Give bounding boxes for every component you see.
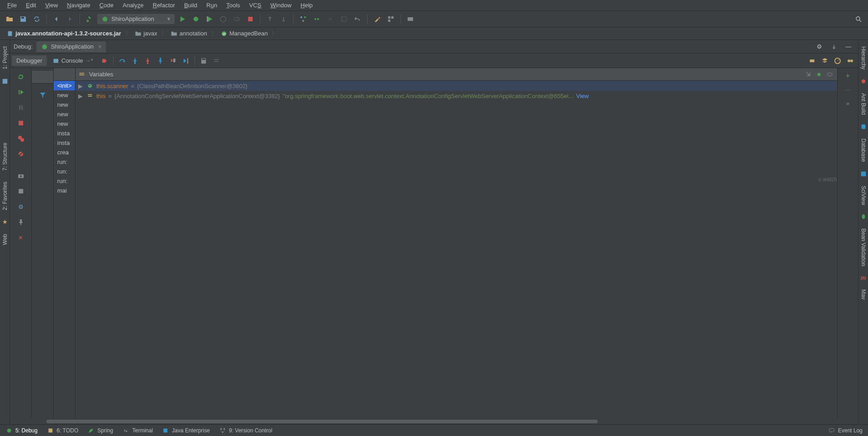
status-terminal[interactable]: Terminal — [122, 427, 153, 434]
tab-web[interactable]: Web — [1, 231, 9, 248]
toggle-watches-button[interactable] — [825, 70, 834, 79]
status-spring[interactable]: Spring — [87, 427, 113, 434]
sync-button[interactable] — [31, 13, 43, 25]
trace-button[interactable] — [210, 55, 222, 67]
debug-button[interactable] — [190, 13, 202, 25]
remove-watch-button[interactable]: — — [843, 84, 853, 94]
get-thread-dump-button[interactable] — [15, 170, 27, 182]
commit-button[interactable] — [278, 13, 289, 25]
filter-button[interactable] — [37, 89, 49, 101]
tab-sciview[interactable]: SciView — [859, 183, 868, 208]
view-link[interactable]: View — [576, 93, 589, 99]
tab-hierarchy[interactable]: Hierarchy — [859, 44, 868, 72]
force-step-into-button[interactable] — [142, 55, 154, 67]
step-into-button[interactable] — [129, 55, 141, 67]
attach-button[interactable] — [231, 13, 243, 25]
profile-button[interactable] — [217, 13, 229, 25]
frame-item[interactable]: mai — [54, 186, 75, 195]
menu-analyze[interactable]: Analyze — [119, 1, 147, 10]
tab-project[interactable]: 1: Project — [1, 44, 9, 72]
breadcrumb-pkg1[interactable]: javax — [132, 29, 160, 38]
frame-item[interactable]: run: — [54, 157, 75, 167]
stop-debug-button[interactable] — [15, 117, 27, 129]
console-tab[interactable]: Console→* — [48, 55, 98, 66]
search-everywhere-button[interactable] — [853, 13, 864, 25]
view-breakpoints-button[interactable] — [15, 133, 27, 144]
breadcrumb-pkg2[interactable]: annotation — [168, 29, 210, 38]
menu-file[interactable]: File — [4, 1, 20, 10]
show-exec-point-button[interactable] — [99, 55, 110, 67]
run-button[interactable] — [176, 13, 188, 25]
run-config-selector[interactable]: ShiroApplication ▾ — [97, 14, 175, 24]
git-push-button[interactable] — [311, 13, 323, 25]
menu-view[interactable]: View — [41, 1, 61, 10]
close-panel-button[interactable]: ✕ — [15, 232, 27, 243]
project-structure-button[interactable] — [385, 13, 397, 25]
revert-button[interactable] — [338, 13, 350, 25]
frame-item[interactable]: crea — [54, 148, 75, 157]
debug-settings-button[interactable]: ⚙ — [813, 41, 825, 53]
menu-edit[interactable]: Edit — [22, 1, 40, 10]
breadcrumb-class[interactable]: @ManagedBean — [218, 29, 271, 38]
frame-item[interactable]: new — [54, 109, 75, 119]
threads-button[interactable] — [844, 55, 856, 67]
settings-debug-button[interactable] — [15, 185, 27, 197]
breadcrumb-jar[interactable]: javax.annotation-api-1.3.2-sources.jar — [4, 29, 124, 38]
frame-item[interactable]: run: — [54, 176, 75, 186]
frame-item[interactable]: run: — [54, 167, 75, 176]
sdk-button[interactable] — [404, 13, 416, 25]
update-vcs-button[interactable] — [264, 13, 276, 25]
run-to-cursor-button[interactable] — [180, 55, 192, 67]
menu-navigate[interactable]: Navigate — [63, 1, 94, 10]
pause-button[interactable] — [15, 102, 27, 114]
expand-icon[interactable]: ▶ — [78, 83, 84, 89]
variable-row[interactable]: ▶this.scanner = {ClassPathBeanDefinition… — [75, 81, 837, 91]
debug-session-tab[interactable]: ShiroApplication × — [36, 41, 106, 52]
add-watch-button[interactable]: + — [843, 71, 853, 81]
tab-maven[interactable]: Mav — [859, 287, 868, 302]
horizontal-scrollbar[interactable] — [10, 419, 858, 424]
history-button[interactable] — [324, 13, 336, 25]
menu-tools[interactable]: Tools — [223, 1, 244, 10]
more-actions-button[interactable]: » — [843, 98, 853, 108]
variables-tree[interactable]: ▶this.scanner = {ClassPathBeanDefinition… — [75, 81, 837, 419]
debug-hide-button[interactable]: — — [843, 41, 854, 53]
pin-button[interactable] — [15, 216, 27, 228]
frame-item[interactable]: insta — [54, 129, 75, 138]
frame-item[interactable]: insta — [54, 138, 75, 148]
stop-button[interactable] — [244, 13, 256, 25]
more-settings-button[interactable]: ⚙ — [15, 201, 27, 213]
menu-build[interactable]: Build — [180, 1, 201, 10]
git-pull-button[interactable] — [297, 13, 309, 25]
save-all-button[interactable] — [17, 13, 29, 25]
rerun-button[interactable] — [15, 71, 27, 83]
settings-button[interactable] — [371, 13, 383, 25]
drop-frame-button[interactable] — [167, 55, 179, 67]
tab-ant[interactable]: Ant Build — [859, 90, 868, 118]
tab-bean[interactable]: Bean Validation — [859, 226, 868, 269]
frame-item[interactable]: new — [54, 119, 75, 129]
coverage-button[interactable] — [204, 13, 215, 25]
tab-database[interactable]: Database — [859, 136, 868, 164]
debug-pin-button[interactable] — [828, 41, 840, 53]
status-java-enterprise[interactable]: Java Enterprise — [162, 427, 210, 434]
open-button[interactable] — [4, 13, 15, 25]
menu-window[interactable]: Window — [267, 1, 295, 10]
frame-item[interactable]: <init> — [54, 81, 75, 90]
status-debug[interactable]: 5: Debug — [5, 427, 38, 434]
expand-all-button[interactable]: ⇲ — [803, 70, 813, 79]
frame-item[interactable]: new — [54, 90, 75, 100]
debugger-tab[interactable]: Debugger — [12, 55, 47, 66]
menu-code[interactable]: Code — [96, 1, 117, 10]
overhead-button[interactable] — [819, 55, 831, 67]
evaluate-button[interactable] — [198, 55, 210, 67]
status-todo[interactable]: 6: TODO — [47, 427, 79, 434]
frame-item[interactable]: new — [54, 100, 75, 109]
mute-breakpoints-button[interactable] — [15, 148, 27, 160]
tab-structure[interactable]: 7: Structure — [1, 140, 9, 173]
memory-view-button[interactable] — [806, 55, 818, 67]
status-version-control[interactable]: 9: Version Control — [219, 427, 272, 434]
status-event-log[interactable]: Event Log — [828, 427, 863, 434]
menu-run[interactable]: Run — [203, 1, 221, 10]
step-over-button[interactable] — [116, 55, 128, 67]
